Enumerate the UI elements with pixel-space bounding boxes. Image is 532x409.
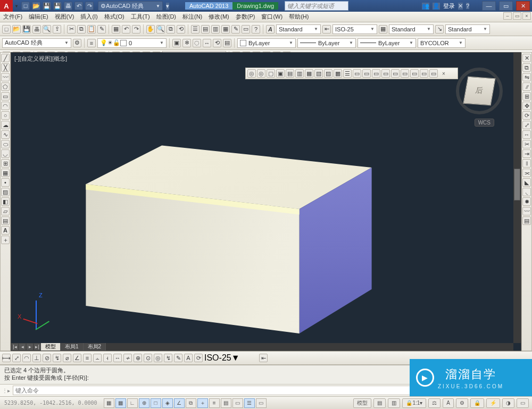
mdi-minimize-button[interactable]: –	[503, 12, 512, 20]
layerfreeze-icon[interactable]: ❄	[182, 39, 191, 47]
undo-icon[interactable]: ↶	[74, 2, 83, 10]
window-close-button[interactable]: ✕	[516, 1, 530, 11]
properties-icon[interactable]: ☰	[191, 25, 200, 34]
vs-gray-icon[interactable]: ▧	[314, 69, 323, 78]
stretch-icon[interactable]: ↔	[522, 130, 531, 139]
vs-sketch-icon[interactable]: ▨	[324, 69, 332, 78]
drawing-viewport[interactable]: [-][自定义视图][概念] ◎ ◎ ▢ ▣ ▤ ▥ ▦ ▧ ▨ ▩ ☰ ▭ ▭…	[11, 52, 521, 351]
cleanscreen-icon[interactable]: ▭	[517, 398, 529, 408]
pan-icon[interactable]: ✋	[146, 25, 155, 34]
tab-first-icon[interactable]: |◂	[11, 343, 19, 350]
app-menu-button[interactable]: A	[0, 0, 13, 12]
menu-modify[interactable]: 修改(M)	[205, 13, 232, 21]
break-icon[interactable]: ⦀	[522, 159, 531, 168]
infocenter-icon[interactable]: 👥	[422, 3, 429, 10]
qdim-icon[interactable]: ≡	[83, 354, 92, 362]
arc-icon[interactable]: ◠	[1, 102, 10, 110]
signin-button[interactable]: 👤	[433, 3, 440, 10]
dimstyle-icon[interactable]: ⇤	[322, 25, 331, 34]
open-icon[interactable]: 📂	[32, 2, 40, 10]
vs-xray-icon[interactable]: ▩	[334, 69, 342, 78]
annoscale-combo[interactable]: 🔒 1:1 ▾	[402, 398, 426, 408]
layer-combo[interactable]: 💡 ☀ 🔓 0▼	[97, 38, 167, 48]
sheetset-icon[interactable]: ▦	[221, 25, 230, 34]
ellipsearc-icon[interactable]: ◡	[1, 149, 10, 158]
qnew-icon[interactable]: □	[2, 25, 11, 34]
coordinates-display[interactable]: 5239.8250, -1042.2516, 0.0000	[0, 400, 102, 406]
scale-icon[interactable]: ⤢	[522, 121, 531, 129]
vs-shaded-icon[interactable]: ▥	[295, 69, 304, 78]
cmd-chevron-icon[interactable]: ▸	[7, 388, 13, 394]
annovis-toggle[interactable]: ⚖	[428, 398, 440, 408]
tab-layout1[interactable]: 布局1	[61, 343, 84, 350]
scroll-thumb[interactable]	[514, 169, 520, 201]
pline-icon[interactable]: 〰	[1, 73, 10, 81]
ducs-toggle[interactable]: ⧉	[186, 398, 196, 408]
vs-s9-icon[interactable]: ▭	[429, 69, 438, 78]
grid-toggle[interactable]: ▦	[115, 398, 126, 408]
cmd-grip-icon[interactable]: ⋮	[2, 388, 7, 394]
table-icon[interactable]: ▤	[1, 216, 10, 225]
point-icon[interactable]: •	[1, 178, 10, 187]
dimspace-icon[interactable]: ↔	[113, 354, 122, 362]
dimbase-icon[interactable]: ⫠	[93, 354, 102, 362]
menu-draw[interactable]: 绘图(D)	[153, 13, 179, 21]
vs-concept-icon[interactable]: ▤	[286, 69, 294, 78]
vs-s1-icon[interactable]: ▭	[353, 69, 361, 78]
dimbreak-icon[interactable]: ≁	[123, 354, 132, 362]
vertical-scrollbar[interactable]	[513, 53, 521, 343]
menu-window[interactable]: 窗口(W)	[258, 13, 286, 21]
workspace-settings-icon[interactable]: ⚙	[73, 39, 81, 47]
insert-icon[interactable]: ⊞	[1, 159, 10, 168]
toolbar-close-icon[interactable]: ×	[442, 71, 445, 77]
vs-hidden-icon[interactable]: ▢	[267, 69, 275, 78]
mirror-icon[interactable]: ⇋	[522, 73, 531, 81]
vs-real-icon[interactable]: ▣	[276, 69, 285, 78]
dimarc-icon[interactable]: ◠	[22, 354, 31, 362]
undo2-icon[interactable]: ↶	[122, 25, 130, 34]
addselected-icon[interactable]: ＋	[1, 236, 10, 244]
block-icon[interactable]: ▦	[1, 169, 10, 177]
join-icon[interactable]: ⫘	[522, 169, 531, 177]
quickcalc-icon[interactable]: ▭	[242, 25, 250, 34]
ws-switch-icon[interactable]: ⚙	[456, 398, 468, 408]
tablestyle-combo[interactable]: Standard▼	[389, 24, 434, 34]
paste-icon[interactable]: 📋	[87, 25, 96, 34]
tpy-toggle[interactable]: ▤	[221, 398, 231, 408]
window-minimize-button[interactable]: —	[482, 1, 496, 11]
vs-s4-icon[interactable]: ▭	[381, 69, 390, 78]
pedit-icon[interactable]: 〰	[522, 207, 531, 215]
vs-s6-icon[interactable]: ▭	[401, 69, 409, 78]
hatch-icon[interactable]: ▨	[1, 188, 10, 196]
vs-2dwire-icon[interactable]: ◎	[247, 69, 256, 78]
dimupdate-icon[interactable]: ⟳	[194, 354, 203, 362]
dimrad-icon[interactable]: ⊘	[43, 354, 51, 362]
dimang-icon[interactable]: ∠	[73, 354, 81, 362]
qat-customize-icon[interactable]: ▾	[166, 3, 169, 10]
offset-icon[interactable]: ⫽	[522, 82, 531, 91]
layerstate-icon[interactable]: ▤	[223, 39, 231, 47]
zoomrt-icon[interactable]: 🔍	[156, 25, 165, 34]
publish-icon[interactable]: ⇪	[53, 25, 61, 34]
centermark-icon[interactable]: ⊙	[144, 354, 152, 362]
extend-icon[interactable]: ⇥	[522, 149, 531, 158]
dimjogline-icon[interactable]: ↯	[164, 354, 172, 362]
quickview-layouts-icon[interactable]: ▤	[373, 398, 386, 408]
mdi-close-button[interactable]: ×	[522, 12, 531, 20]
am-toggle[interactable]: ▭	[256, 398, 267, 408]
menu-edit[interactable]: 编辑(E)	[26, 13, 52, 21]
zoomwin-icon[interactable]: ⧉	[167, 25, 175, 34]
vs-s5-icon[interactable]: ▭	[391, 69, 400, 78]
isolate-icon[interactable]: ◑	[502, 398, 514, 408]
mleaderstyle-icon[interactable]: ↘	[435, 25, 444, 34]
help2-icon[interactable]: ?	[252, 25, 260, 34]
color-combo[interactable]: ByLayer▼	[237, 38, 296, 48]
explode-icon[interactable]: ✹	[522, 197, 531, 206]
textstyle-icon[interactable]: A	[266, 25, 275, 34]
viewcube-face[interactable]: 后	[463, 77, 495, 106]
layeroff-icon[interactable]: ◌	[193, 39, 201, 47]
tab-last-icon[interactable]: ▸|	[34, 343, 41, 350]
layer-properties-icon[interactable]: ≡	[87, 39, 96, 47]
save-icon[interactable]: 💾	[43, 2, 51, 10]
chamfer-icon[interactable]: ◣	[522, 178, 531, 187]
